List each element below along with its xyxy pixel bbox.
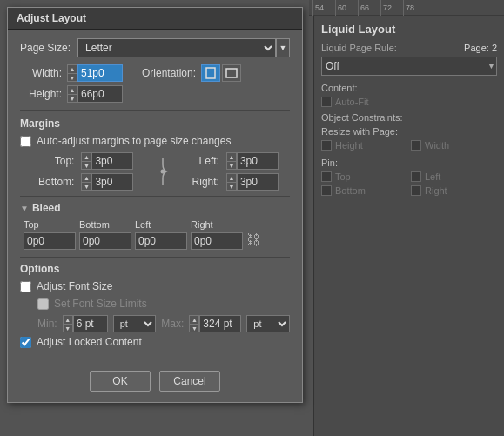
auto-fit-checkbox[interactable] bbox=[321, 97, 332, 107]
landscape-button[interactable] bbox=[222, 64, 241, 82]
svg-rect-1 bbox=[226, 69, 237, 77]
bleed-top-label: Top bbox=[24, 219, 39, 230]
adjust-font-label: Adjust Font Size bbox=[37, 280, 112, 292]
pin-left-row: Left bbox=[411, 171, 497, 182]
width-checkbox[interactable] bbox=[411, 140, 421, 151]
left-up-icon[interactable]: ▲ bbox=[226, 152, 237, 161]
divider-3 bbox=[20, 257, 290, 258]
bottom-margin-input[interactable] bbox=[91, 173, 133, 191]
liquid-rule-select[interactable]: Off Scale Re-center Guide-based Object-b… bbox=[321, 57, 497, 76]
options-header: Options bbox=[20, 263, 290, 275]
bottom-up-icon[interactable]: ▲ bbox=[81, 173, 91, 182]
adjust-font-checkbox[interactable] bbox=[20, 281, 31, 292]
height-spin: ▲ ▼ bbox=[67, 85, 123, 103]
right-margin-input[interactable] bbox=[237, 173, 279, 191]
top-up-icon[interactable]: ▲ bbox=[81, 152, 91, 161]
ok-button[interactable]: OK bbox=[90, 371, 151, 392]
cancel-button[interactable]: Cancel bbox=[159, 371, 220, 392]
right-margin-spin: ▲ ▼ bbox=[226, 173, 290, 191]
adjust-locked-checkbox[interactable] bbox=[20, 337, 31, 348]
max-spin-arrows: ▲ ▼ bbox=[189, 315, 199, 332]
portrait-button[interactable] bbox=[201, 64, 220, 82]
height-checkbox[interactable] bbox=[321, 140, 332, 151]
bleed-bottom-col: Bottom bbox=[79, 219, 131, 250]
right-margin-label: Right: bbox=[181, 176, 219, 188]
right-down-icon[interactable]: ▼ bbox=[226, 182, 237, 191]
divider-1 bbox=[20, 110, 290, 111]
dialog-buttons: OK Cancel bbox=[8, 362, 302, 402]
bleed-bottom-input[interactable] bbox=[79, 232, 131, 250]
ruler-mark: 78 bbox=[403, 0, 426, 16]
height-up-arrow-icon[interactable]: ▲ bbox=[67, 85, 77, 94]
max-input[interactable] bbox=[199, 315, 241, 332]
orientation-label: Orientation: bbox=[142, 67, 196, 79]
width-label: Width bbox=[425, 140, 449, 151]
bleed-toggle-icon[interactable]: ▼ bbox=[20, 204, 29, 213]
pin-right-checkbox[interactable] bbox=[411, 185, 421, 196]
max-down-icon[interactable]: ▼ bbox=[189, 324, 199, 332]
margin-link-icon[interactable] bbox=[151, 156, 173, 187]
left-margin-label: Left: bbox=[181, 155, 219, 167]
liquid-layout-panel: Liquid Layout Liquid Page Rule: Page: 2 … bbox=[313, 16, 504, 436]
margins-grid: Top: ▲ ▼ Left: ▲ ▼ Bottom: bbox=[20, 152, 290, 191]
set-limits-label: Set Font Size Limits bbox=[54, 298, 147, 310]
pin-bottom-right: Bottom Right bbox=[321, 185, 497, 198]
max-unit-select[interactable]: pt p bbox=[246, 315, 290, 332]
pin-bottom-label: Bottom bbox=[335, 185, 366, 196]
ruler-mark: 54 bbox=[312, 0, 335, 16]
top-spin-arrows: ▲ ▼ bbox=[81, 152, 91, 170]
left-down-icon[interactable]: ▼ bbox=[226, 161, 237, 170]
bottom-down-icon[interactable]: ▼ bbox=[81, 182, 91, 191]
top-margin-input[interactable] bbox=[91, 152, 133, 170]
min-input[interactable] bbox=[73, 315, 108, 332]
bleed-top-input[interactable] bbox=[24, 232, 76, 250]
auto-fit-label: Auto-Fit bbox=[335, 97, 369, 107]
pin-top-row: Top bbox=[321, 171, 407, 182]
width-input[interactable] bbox=[77, 64, 123, 82]
adjust-font-row: Adjust Font Size bbox=[20, 280, 290, 292]
width-row: Width: ▲ ▼ Orientation: bbox=[20, 64, 290, 82]
height-input[interactable] bbox=[77, 85, 123, 103]
right-spin-arrows: ▲ ▼ bbox=[226, 173, 237, 191]
dimensions-section: Width: ▲ ▼ Orientation: bbox=[20, 64, 290, 103]
bleed-right-input[interactable] bbox=[191, 232, 243, 250]
content-section-label: Content: bbox=[321, 83, 497, 93]
top-down-icon[interactable]: ▼ bbox=[81, 161, 91, 170]
min-unit-select[interactable]: pt p bbox=[113, 315, 157, 332]
svg-rect-0 bbox=[206, 68, 215, 78]
set-limits-row: Set Font Size Limits bbox=[20, 298, 290, 310]
bleed-header-label: Bleed bbox=[32, 202, 61, 214]
set-limits-checkbox[interactable] bbox=[37, 298, 49, 310]
page-size-row: Page Size: Letter A4 Tabloid Custom ▼ bbox=[20, 38, 290, 57]
bleed-left-input[interactable] bbox=[135, 232, 187, 250]
pin-top-label: Top bbox=[335, 171, 351, 182]
right-up-icon[interactable]: ▲ bbox=[226, 173, 237, 182]
pin-left-checkbox[interactable] bbox=[411, 171, 421, 182]
bleed-right-col: Right bbox=[191, 219, 243, 250]
height-down-arrow-icon[interactable]: ▼ bbox=[67, 94, 77, 103]
width-spin-arrows: ▲ ▼ bbox=[67, 64, 77, 82]
page-size-select[interactable]: Letter A4 Tabloid Custom bbox=[77, 38, 276, 57]
left-margin-input[interactable] bbox=[237, 152, 279, 170]
pin-top-checkbox[interactable] bbox=[321, 171, 332, 182]
max-up-icon[interactable]: ▲ bbox=[189, 315, 199, 324]
min-up-icon[interactable]: ▲ bbox=[63, 315, 73, 324]
margins-header: Margins bbox=[20, 117, 290, 130]
divider-2 bbox=[20, 196, 290, 197]
page-size-arrow-icon[interactable]: ▼ bbox=[276, 38, 290, 57]
pin-bottom-checkbox[interactable] bbox=[321, 185, 332, 196]
bleed-top-col: Top bbox=[24, 219, 76, 250]
width-down-arrow-icon[interactable]: ▼ bbox=[67, 73, 77, 82]
height-row: Height bbox=[321, 140, 407, 151]
ruler-mark: 72 bbox=[380, 0, 403, 16]
bottom-spin-arrows: ▲ ▼ bbox=[81, 173, 91, 191]
width-row: Width bbox=[411, 140, 497, 151]
font-size-row: Min: ▲ ▼ pt p Max: ▲ ▼ pt bbox=[20, 315, 290, 332]
width-up-arrow-icon[interactable]: ▲ bbox=[67, 64, 77, 73]
max-spin: ▲ ▼ bbox=[189, 315, 241, 332]
bleed-bottom-label: Bottom bbox=[79, 219, 110, 230]
bleed-link-icon[interactable]: ⛓ bbox=[246, 232, 260, 248]
min-down-icon[interactable]: ▼ bbox=[63, 324, 73, 332]
auto-adjust-checkbox[interactable] bbox=[20, 136, 31, 147]
max-label: Max: bbox=[161, 318, 184, 330]
